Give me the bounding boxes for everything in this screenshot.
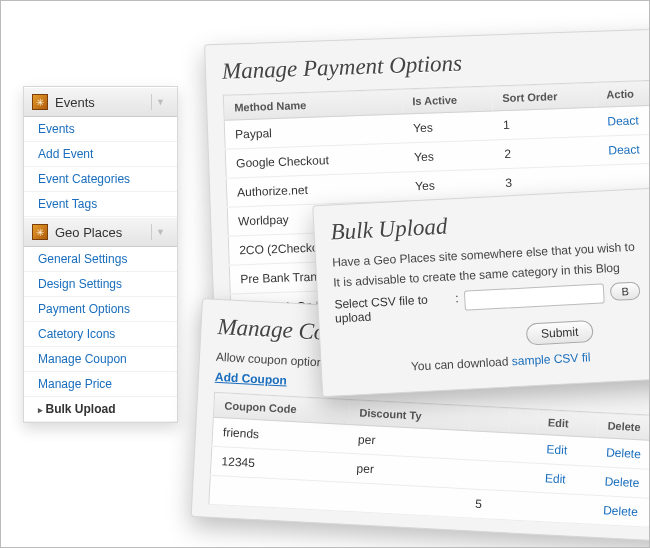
admin-sidebar: ✳ Events ▼ Events Add Event Event Catego… [23,86,178,423]
sidebar-item-design-settings[interactable]: Design Settings [38,277,122,291]
sidebar-section-events[interactable]: ✳ Events ▼ [24,87,177,117]
col-blank1 [469,406,509,433]
sidebar-item-manage-coupon[interactable]: Manage Coupon [38,352,127,366]
csv-file-input[interactable] [464,283,605,310]
chevron-down-icon[interactable]: ▼ [151,224,169,240]
sidebar-item-events[interactable]: Events [38,122,75,136]
sidebar-section-label: Events [55,95,95,110]
delete-link[interactable]: Delete [606,445,641,461]
cell-delete: Delete [595,437,650,470]
sidebar-item-manage-price[interactable]: Manage Price [38,377,112,391]
sidebar-item-general-settings[interactable]: General Settings [38,252,127,266]
sidebar-item-bulk-upload[interactable]: Bulk Upload [46,402,116,416]
csv-label: Select CSV file to upload [334,292,450,326]
sidebar-item-add-event[interactable]: Add Event [38,147,93,161]
col-edit: Edit [537,409,598,437]
cell-order: 2 [494,136,599,169]
cell-delete: Delete [594,466,650,499]
cell-c [466,460,507,491]
sidebar-events-list: Events Add Event Event Categories Event … [24,117,177,217]
cell-c: 5 [464,489,505,520]
download-prefix: You can download [411,354,513,373]
sidebar-item-event-categories[interactable]: Event Categories [38,172,130,186]
cell-edit: Edit [534,463,595,495]
geoplaces-icon: ✳ [32,224,48,240]
cell-d [507,433,538,463]
cell-edit [533,492,594,524]
browse-button[interactable]: B [610,282,640,302]
deactivate-link[interactable]: Deact [608,142,640,157]
col-action: Actio [596,80,650,108]
add-coupon-link[interactable]: Add Coupon [215,370,288,388]
cell-action: Deact [597,105,650,136]
sidebar-geoplaces-list: General Settings Design Settings Payment… [24,247,177,422]
edit-link[interactable]: Edit [546,442,567,457]
page-title: Manage Payment Options [222,43,650,85]
sidebar-item-category-icons[interactable]: Catetory Icons [38,327,115,341]
panel-bulk-upload: Bulk Upload Have a Geo Places site somew… [312,187,650,398]
cell-c [467,431,508,462]
col-sort: Sort Order [492,82,597,111]
sidebar-item-payment-options[interactable]: Payment Options [38,302,130,316]
cell-active: Yes [403,111,494,143]
events-icon: ✳ [32,94,48,110]
sidebar-section-label: Geo Places [55,225,122,240]
submit-button[interactable]: Submit [526,320,594,345]
delete-link[interactable]: Delete [603,503,638,519]
sidebar-section-geoplaces[interactable]: ✳ Geo Places ▼ [24,217,177,247]
cell-code [209,475,346,511]
col-blank2 [508,408,539,434]
coupons-table: Coupon Code Discount Ty Edit Delete frie… [208,392,650,529]
page-title: Bulk Upload [330,203,650,246]
cell-order: 1 [493,107,598,140]
col-active: Is Active [402,86,493,114]
edit-link[interactable]: Edit [545,471,566,486]
cell-d [503,491,534,521]
delete-link[interactable]: Delete [604,474,639,490]
cell-active: Yes [404,140,495,172]
cell-d [505,462,536,492]
deactivate-link[interactable]: Deact [607,113,639,128]
cell-action: Deact [598,134,650,165]
chevron-down-icon[interactable]: ▼ [151,94,169,110]
cell-edit: Edit [536,434,597,466]
cell-type [344,482,466,517]
sample-csv-link[interactable]: sample CSV fil [511,350,590,368]
sidebar-item-event-tags[interactable]: Event Tags [38,197,97,211]
cell-delete: Delete [592,495,650,528]
